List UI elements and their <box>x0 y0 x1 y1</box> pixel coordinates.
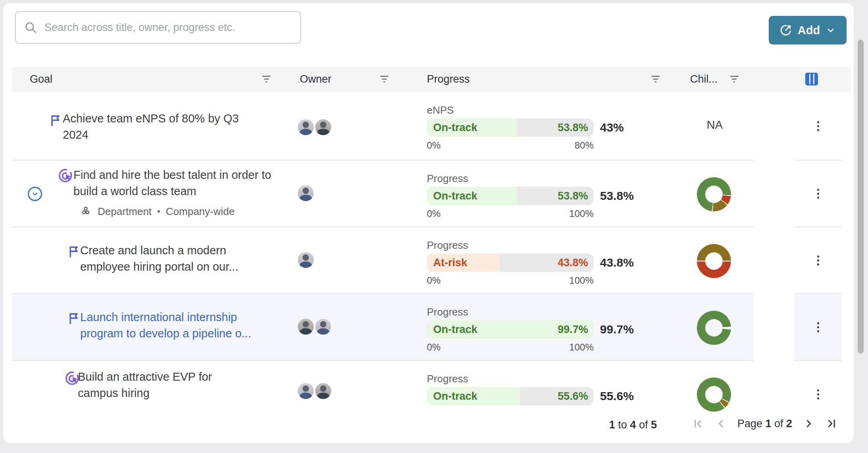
progress-range: 0%100% <box>427 208 594 219</box>
goal-title: Achieve team eNPS of 80% by Q3 2024 <box>63 110 261 143</box>
tag-separator: • <box>157 206 160 217</box>
progress-range: 0%100% <box>427 275 594 286</box>
search-icon <box>24 21 37 34</box>
status-badge: On-track <box>427 323 477 336</box>
chevron-down-icon <box>826 25 836 35</box>
children-filter-icon[interactable] <box>729 75 739 83</box>
last-page-button[interactable] <box>823 415 841 432</box>
progress-bar: On-track 53.8% <box>427 118 594 137</box>
column-header-children: Chil... <box>690 73 718 85</box>
children-status-donut <box>697 378 731 412</box>
progress-bar-value: 53.8% <box>557 118 588 137</box>
status-badge: On-track <box>427 122 477 134</box>
row-menu-button[interactable] <box>814 386 822 403</box>
progress-value: 43.8% <box>600 254 634 272</box>
table-row[interactable]: Create and launch a modern employee hiri… <box>12 227 754 294</box>
owner-avatars <box>298 319 331 335</box>
search-input[interactable] <box>44 21 292 34</box>
progress-bar: On-track 99.7% <box>427 320 594 339</box>
avatar <box>315 319 331 335</box>
progress-value: 55.6% <box>600 387 634 405</box>
table-row[interactable]: Achieve team eNPS of 80% by Q3 2024 eNPS… <box>12 92 754 161</box>
add-button[interactable]: Add <box>769 16 847 45</box>
avatar <box>298 185 314 201</box>
row-menu-button[interactable] <box>814 186 822 202</box>
goals-table-card: Add Goal Owner Progress Chil... Achieve … <box>3 3 854 443</box>
owner-avatars <box>298 252 314 268</box>
children-status-donut <box>697 244 731 278</box>
children-na-value: NA <box>703 118 727 132</box>
children-status-donut <box>697 177 731 211</box>
status-badge: At-risk <box>427 257 467 269</box>
progress-metric-label: eNPS <box>427 104 454 116</box>
goal-filter-icon[interactable] <box>261 75 272 83</box>
previous-page-button[interactable] <box>712 415 729 432</box>
column-settings-icon[interactable] <box>805 73 818 85</box>
avatar <box>298 319 314 335</box>
progress-value: 43% <box>600 118 624 137</box>
goal-tags: Department • Company-wide <box>79 205 235 218</box>
row-range-summary: 1 to 4 of 5 <box>609 419 657 431</box>
goal-level-tag: Department <box>98 205 152 218</box>
objective-icon <box>58 168 73 184</box>
table-footer: 1 to 4 of 5 Page 1 of 2 <box>12 413 851 436</box>
progress-filter-icon[interactable] <box>650 75 661 83</box>
department-hexagons-icon <box>79 205 92 218</box>
progress-bar: On-track 53.8% <box>427 187 594 205</box>
table-header: Goal Owner Progress Chil... <box>12 67 851 92</box>
progress-value: 99.7% <box>600 320 634 339</box>
progress-bar-value: 43.8% <box>557 254 588 272</box>
owner-avatars <box>298 185 314 201</box>
row-actions-column <box>794 92 842 412</box>
progress-bar: On-track 55.6% <box>427 387 594 405</box>
avatar <box>298 119 314 135</box>
progress-range: 0%80% <box>427 140 594 151</box>
progress-bar: At-risk 43.8% <box>427 254 594 272</box>
progress-metric-label: Progress <box>427 172 468 185</box>
avatar <box>298 252 314 268</box>
goal-title: Create and launch a modern employee hiri… <box>80 242 263 275</box>
next-page-button[interactable] <box>800 415 818 432</box>
page-indicator: Page 1 of 2 <box>735 418 795 430</box>
column-header-owner: Owner <box>300 73 332 85</box>
search-box <box>15 11 301 44</box>
table-row[interactable]: Find and hire the best talent in order t… <box>12 161 754 227</box>
avatar <box>298 383 314 399</box>
owner-avatars <box>298 119 331 135</box>
pagination-controls: Page 1 of 2 <box>689 415 841 432</box>
vertical-scrollbar-thumb[interactable] <box>858 40 864 354</box>
goal-title-link[interactable]: Launch international internship program … <box>80 309 275 342</box>
goal-title: Find and hire the best talent in order t… <box>73 167 296 199</box>
row-menu-button[interactable] <box>814 118 822 134</box>
first-page-button[interactable] <box>689 415 706 432</box>
progress-value: 53.8% <box>600 187 634 205</box>
status-badge: On-track <box>427 190 477 202</box>
progress-metric-label: Progress <box>427 239 468 252</box>
add-button-label: Add <box>798 24 820 37</box>
column-header-progress: Progress <box>427 73 470 85</box>
progress-bar-value: 53.8% <box>557 187 588 205</box>
progress-bar-value: 55.6% <box>557 387 588 405</box>
status-badge: On-track <box>427 390 477 403</box>
owner-filter-icon[interactable] <box>379 75 390 83</box>
expand-row-button[interactable] <box>28 187 42 201</box>
table-body: Achieve team eNPS of 80% by Q3 2024 eNPS… <box>12 92 754 412</box>
row-menu-button[interactable] <box>814 319 822 335</box>
column-header-goal: Goal <box>30 73 52 85</box>
progress-metric-label: Progress <box>427 373 468 385</box>
table-row[interactable]: Build an attractive EVP for campus hirin… <box>12 361 754 412</box>
key-result-flag-icon <box>48 114 64 130</box>
goal-visibility-tag: Company-wide <box>166 205 235 218</box>
progress-metric-label: Progress <box>427 306 468 318</box>
table-row[interactable]: Launch international internship program … <box>12 294 754 361</box>
progress-range: 0%100% <box>427 342 594 353</box>
goal-title: Build an attractive EVP for campus hirin… <box>78 369 241 401</box>
avatar <box>315 119 331 135</box>
owner-avatars <box>298 383 331 399</box>
progress-bar-value: 99.7% <box>557 320 588 339</box>
row-menu-button[interactable] <box>814 252 822 269</box>
avatar <box>315 383 331 399</box>
goal-icon <box>779 24 792 37</box>
children-status-donut <box>697 311 731 345</box>
